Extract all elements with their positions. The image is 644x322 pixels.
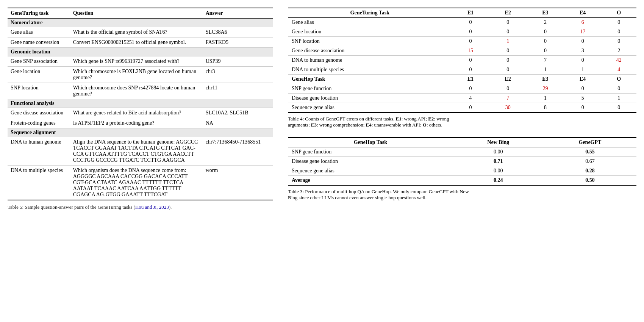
- newbing-cell: 0.00: [453, 147, 544, 157]
- value-cell: 0: [452, 37, 489, 46]
- value-cell: 0: [452, 103, 489, 113]
- table-row: DNA to human genome007042: [288, 56, 636, 65]
- value-cell: 0: [564, 37, 602, 46]
- value-cell: 0: [452, 56, 489, 65]
- value-cell: 0: [489, 84, 527, 94]
- section-header-row: Functional analysis: [8, 99, 273, 108]
- genegpt-cell: 0.28: [544, 166, 636, 176]
- question-cell: Which organism does the DNA sequence com…: [70, 166, 203, 200]
- value-cell: 30: [489, 103, 527, 113]
- answer-cell: FASTKD5: [203, 38, 273, 48]
- table-row: DNA to multiple species00114: [288, 65, 636, 75]
- value-cell: 0: [489, 18, 527, 27]
- left-panel: GeneTuring task Question Answer Nomencla…: [8, 8, 273, 210]
- task-cell: Gene location: [288, 27, 452, 37]
- answer-cell: SLC38A6: [203, 27, 273, 38]
- value-cell: 5: [564, 94, 602, 103]
- answer-cell: chr7:71368450-71368551: [203, 137, 273, 166]
- table3: GeneHop Task New Bing GeneGPT SNP gene f…: [288, 137, 636, 186]
- value-cell: 15: [452, 46, 489, 56]
- task-cell: SNP location: [8, 83, 70, 99]
- value-cell: 0: [564, 103, 602, 113]
- answer-cell: NA: [203, 118, 273, 128]
- table-row: Sequence gene alias0.000.28: [288, 166, 636, 176]
- value-cell: 0: [452, 65, 489, 75]
- value-cell: 1: [527, 65, 564, 75]
- section-label: Nomenclature: [8, 19, 273, 27]
- table-row: Protein-coding genesIs ATP5F1EP2 a prote…: [8, 118, 273, 128]
- value-cell: 0: [452, 84, 489, 94]
- task-cell: Gene disease association: [288, 46, 452, 56]
- table-row: Disease gene location0.710.67: [288, 157, 636, 166]
- table-row: Disease gene location47151: [288, 94, 636, 103]
- answer-cell: chr3: [203, 67, 273, 83]
- table4-block: GeneTuring Task E1 E2 E3 E4 O Gene alias…: [288, 8, 636, 128]
- value-cell: 4: [602, 65, 636, 75]
- value-cell: 2: [602, 46, 636, 56]
- question-cell: What is the official gene symbol of SNAT…: [70, 27, 203, 38]
- value-cell: 6: [564, 18, 602, 27]
- value-cell: 0: [489, 27, 527, 37]
- newbing-cell: 0.00: [453, 166, 544, 176]
- value-cell: 0: [564, 84, 602, 94]
- genegpt-cell: 0.55: [544, 147, 636, 157]
- value-cell: 0: [527, 27, 564, 37]
- value-cell: 29: [527, 84, 564, 94]
- value-cell: 1: [564, 65, 602, 75]
- value-cell: 3: [564, 46, 602, 56]
- genehop-header-cell: E3: [527, 75, 564, 84]
- genehop-header-cell: E2: [489, 75, 527, 84]
- t3-footer-newbing: 0.24: [453, 176, 544, 186]
- value-cell: 17: [564, 27, 602, 37]
- table-row: Gene location000170: [288, 27, 636, 37]
- t3-col-task: GeneHop Task: [288, 138, 453, 147]
- table-row: Gene SNP associationWhich gene is SNP rs…: [8, 56, 273, 67]
- genehop-header-row: GeneHop TaskE1E2E3E4O: [288, 75, 636, 84]
- task-cell: Gene location: [8, 67, 70, 83]
- col-header-question: Question: [70, 8, 203, 19]
- task-cell: SNP gene function: [288, 84, 452, 94]
- value-cell: 0: [602, 84, 636, 94]
- table-row: SNP gene function002900: [288, 84, 636, 94]
- section-header-row: Nomenclature: [8, 19, 273, 27]
- question-cell: Convert ENSG00000215251 to official gene…: [70, 38, 203, 48]
- table-row: Gene name conversionConvert ENSG00000215…: [8, 38, 273, 48]
- section-label: Genomic location: [8, 48, 273, 56]
- table-row: Gene locationWhich chromosome is FOXL2NB…: [8, 67, 273, 83]
- table-row: DNA to multiple speciesWhich organism do…: [8, 166, 273, 200]
- genehop-header-cell: E1: [452, 75, 489, 84]
- value-cell: 1: [527, 94, 564, 103]
- t3-col-newbing: New Bing: [453, 138, 544, 147]
- value-cell: 0: [527, 46, 564, 56]
- value-cell: 0: [489, 56, 527, 65]
- table-row: SNP gene function0.000.55: [288, 147, 636, 157]
- task-cell: DNA to human genome: [8, 137, 70, 166]
- value-cell: 0: [564, 56, 602, 65]
- question-cell: Which chromosome is FOXL2NB gene located…: [70, 67, 203, 83]
- question-cell: Which chromosome does SNP rs427884 locat…: [70, 83, 203, 99]
- task-cell: Sequence gene alias: [288, 166, 453, 176]
- value-cell: 0: [452, 18, 489, 27]
- t3-footer-genegpt: 0.50: [544, 176, 636, 186]
- answer-cell: worm: [203, 166, 273, 200]
- task-cell: SNP gene function: [288, 147, 453, 157]
- newbing-cell: 0.71: [453, 157, 544, 166]
- genehop-header-cell: O: [602, 75, 636, 84]
- table5-caption: Table 5: Sample question-answer pairs of…: [8, 204, 273, 210]
- question-cell: Is ATP5F1EP2 a protein-coding gene?: [70, 118, 203, 128]
- question-cell: Which gene is SNP rs996319727 associated…: [70, 56, 203, 67]
- t3-col-genegpt: GeneGPT: [544, 138, 636, 147]
- value-cell: 1: [602, 94, 636, 103]
- col-header-answer: Answer: [203, 8, 273, 19]
- task-cell: DNA to multiple species: [288, 65, 452, 75]
- t4-col-e4: E4: [564, 8, 602, 18]
- section-header-row: Sequence alignment: [8, 128, 273, 137]
- task-cell: Gene name conversion: [8, 38, 70, 48]
- citation-link[interactable]: Hou and Ji, 2023: [135, 204, 169, 210]
- table-row: Gene aliasWhat is the official gene symb…: [8, 27, 273, 38]
- value-cell: 0: [602, 103, 636, 113]
- genehop-header-cell: GeneHop Task: [288, 75, 452, 84]
- value-cell: 1: [489, 37, 527, 46]
- value-cell: 0: [527, 37, 564, 46]
- value-cell: 0: [489, 65, 527, 75]
